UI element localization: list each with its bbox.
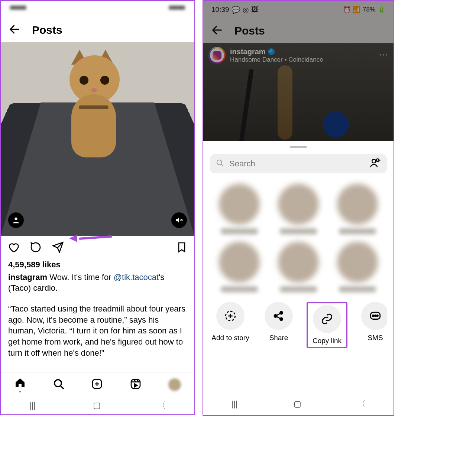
post-meta: 4,59,589 likes instagram Wow. It's time … <box>1 257 194 364</box>
android-nav-bar: ||| ▢ 〈 <box>203 393 394 415</box>
back-arrow-icon[interactable] <box>8 23 21 37</box>
recents-button[interactable]: ||| <box>29 401 36 410</box>
home-button[interactable]: ▢ <box>294 399 301 409</box>
bottom-nav <box>1 372 194 397</box>
share-search-bar[interactable] <box>210 154 387 173</box>
nav-create-icon[interactable] <box>91 378 103 391</box>
share-option-share[interactable]: Share <box>258 302 299 342</box>
svg-point-23 <box>375 315 376 316</box>
share-option-copy-link[interactable]: Copy link <box>307 302 347 348</box>
contact-item[interactable] <box>330 184 385 234</box>
svg-point-3 <box>54 379 61 387</box>
post-actions-bar <box>1 236 194 257</box>
tagged-people-icon[interactable] <box>8 212 24 228</box>
nav-home-icon[interactable] <box>14 377 26 392</box>
comment-icon[interactable] <box>30 241 42 255</box>
share-contacts-grid <box>210 173 387 296</box>
svg-point-24 <box>377 315 378 316</box>
share-options-row: Add to story Share Copy link SMS Me <box>210 296 387 351</box>
post-caption-body: “Taco started using the treadmill about … <box>8 303 187 358</box>
mute-icon[interactable] <box>171 212 187 228</box>
search-input[interactable] <box>229 159 365 169</box>
back-button[interactable]: 〈 <box>357 398 366 410</box>
post-username[interactable]: instagram <box>8 273 47 282</box>
share-bottom-sheet: Add to story Share Copy link SMS Me <box>203 141 394 415</box>
contact-item[interactable] <box>211 242 267 292</box>
like-heart-icon[interactable] <box>7 241 19 255</box>
svg-line-20 <box>276 316 280 319</box>
sheet-drag-handle[interactable] <box>290 146 307 148</box>
page-title: Posts <box>32 24 62 36</box>
share-option-add-to-story[interactable]: Add to story <box>210 302 251 342</box>
app-header: Posts <box>1 18 194 42</box>
screenshot-right-share-sheet: 10:39 💬 ◎ 🖼 ⏰ 📶 78% 🔋 Posts instagram Ha… <box>203 0 394 416</box>
nav-search-icon[interactable] <box>53 378 65 391</box>
mention-link[interactable]: @tik.tacocat <box>114 273 159 282</box>
svg-point-22 <box>372 315 374 316</box>
modal-scrim[interactable] <box>203 1 394 141</box>
recents-button[interactable]: ||| <box>231 399 237 409</box>
likes-count[interactable]: 4,59,589 likes <box>8 259 187 270</box>
add-people-icon[interactable] <box>370 157 381 170</box>
svg-point-11 <box>372 159 376 163</box>
contact-item[interactable] <box>271 184 326 234</box>
share-option-sms[interactable]: SMS <box>355 302 387 342</box>
back-button[interactable]: 〈 <box>158 400 166 411</box>
nav-reels-icon[interactable] <box>130 378 142 391</box>
android-nav-bar: ||| ▢ 〈 <box>1 397 194 414</box>
status-bar-blurred: ■■■■■■■■ <box>1 1 194 18</box>
post-caption: instagram Wow. It's time for @tik.tacoca… <box>8 272 187 294</box>
svg-line-10 <box>221 164 223 166</box>
svg-line-19 <box>276 313 280 316</box>
screenshot-left-instagram-post: ■■■■■■■■ Posts <box>0 0 195 415</box>
svg-rect-8 <box>131 379 140 388</box>
contact-item[interactable] <box>211 184 267 234</box>
svg-point-9 <box>217 160 222 165</box>
post-media-video[interactable] <box>1 42 194 236</box>
svg-point-0 <box>14 218 17 220</box>
home-button[interactable]: ▢ <box>93 401 101 410</box>
share-send-icon[interactable] <box>52 241 64 255</box>
contact-item[interactable] <box>271 242 326 292</box>
bookmark-icon[interactable] <box>176 241 188 255</box>
nav-profile-avatar[interactable] <box>168 378 181 391</box>
search-icon <box>216 159 224 169</box>
svg-line-4 <box>61 386 64 389</box>
contact-item[interactable] <box>330 242 385 292</box>
